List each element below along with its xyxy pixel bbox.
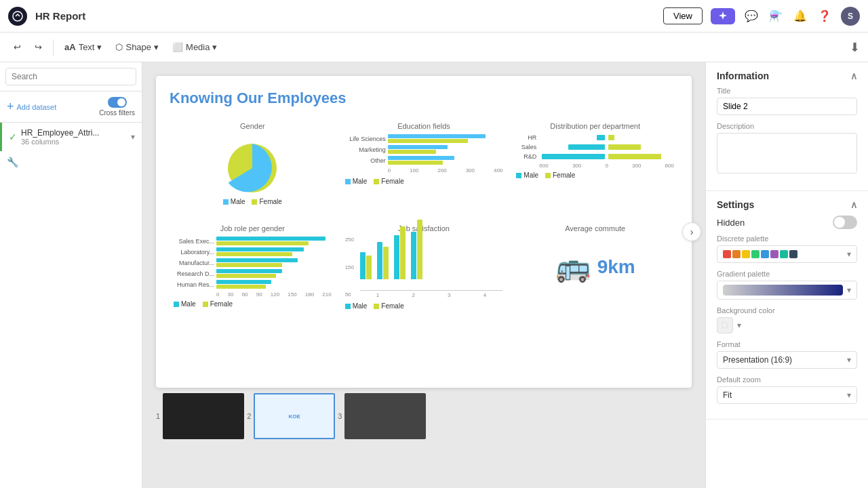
info-desc-textarea[interactable] xyxy=(717,133,857,174)
js-male-4 xyxy=(411,232,416,279)
info-title: Information xyxy=(717,70,769,81)
settings-collapse-icon[interactable]: ∧ xyxy=(850,199,857,210)
jr-ax-120: 120 xyxy=(271,291,279,298)
zoom-value: Fit xyxy=(723,390,732,400)
edu-legend: Male Female xyxy=(345,178,503,185)
pd-1 xyxy=(723,250,731,258)
bell-icon[interactable]: 🔔 xyxy=(792,8,808,24)
right-sidebar: Information ∧ Title Description Settings… xyxy=(705,62,868,488)
zoom-chevron: ▾ xyxy=(847,390,851,400)
dist-dept-hr: HR xyxy=(516,134,536,141)
js-x-1: 1 xyxy=(376,292,379,298)
dataset-expand-icon[interactable]: ▾ xyxy=(131,132,135,142)
hidden-row: Hidden xyxy=(717,216,857,229)
dataset-info: HR_Employee_Attri... 36 columns xyxy=(21,128,127,146)
jr-male-3 xyxy=(216,258,298,262)
undo-button[interactable]: ↩ xyxy=(8,39,26,55)
dist-ax-600r: 600 xyxy=(665,163,674,169)
dist-row-sales: Sales xyxy=(516,144,674,150)
job-sat-x-axis: 1 2 3 4 xyxy=(360,292,503,298)
add-dataset-area[interactable]: + Add dataset xyxy=(7,100,56,114)
cross-filters-toggle[interactable] xyxy=(108,97,127,108)
pd-2 xyxy=(732,250,741,258)
edu-bars-1 xyxy=(388,134,503,143)
gender-pie-container: Male Female xyxy=(174,134,332,205)
sidebar-search-area xyxy=(0,62,142,92)
js-x-2: 2 xyxy=(412,292,414,298)
discrete-palette-selector[interactable]: ▾ xyxy=(717,245,857,263)
dist-sales-bars xyxy=(538,144,674,150)
dist-legend-male: Male xyxy=(516,171,538,179)
js-y-250: 250 xyxy=(345,237,354,243)
js-x-4: 4 xyxy=(484,292,486,298)
text-button[interactable]: aA Text ▾ xyxy=(59,39,107,55)
comment-icon[interactable]: 💬 xyxy=(743,8,760,24)
ai-button[interactable] xyxy=(711,8,735,24)
thumb-2-num: 2 xyxy=(247,412,251,420)
jr-label-3: Manufactur... xyxy=(174,260,214,266)
dist-rnd-female xyxy=(608,154,661,159)
zoom-selector[interactable]: Fit ▾ xyxy=(717,386,857,404)
add-dataset-label: Add dataset xyxy=(17,103,57,111)
js-female-3 xyxy=(400,226,406,279)
edu-male-2 xyxy=(388,145,448,149)
js-female-4 xyxy=(417,220,422,279)
bg-color-swatch[interactable] xyxy=(717,317,733,333)
gradient-palette-selector[interactable]: ▾ xyxy=(717,281,857,300)
redo-button[interactable]: ↪ xyxy=(29,39,47,55)
slide-thumb-3[interactable] xyxy=(344,393,426,439)
js-legend-female: Female xyxy=(374,302,403,310)
js-group-3 xyxy=(394,226,406,279)
jr-bars-4 xyxy=(216,269,332,278)
education-bars: Life Sciences Marketing xyxy=(345,134,503,185)
topbar-right: View 💬 ⚗️ 🔔 ❓ S xyxy=(663,7,860,26)
js-group-2 xyxy=(377,242,389,279)
js-male-dot xyxy=(345,304,351,309)
education-chart: Education fields Life Sciences Marketing xyxy=(341,118,507,209)
download-icon[interactable]: ⬇ xyxy=(850,40,860,55)
thumb-1-container: 1 xyxy=(156,393,244,439)
jr-ax-60: 60 xyxy=(242,291,248,298)
gender-legend: Male Female xyxy=(223,198,282,205)
filter-icon[interactable]: ⚗️ xyxy=(768,8,784,24)
info-title-input[interactable] xyxy=(717,98,857,115)
user-avatar[interactable]: S xyxy=(841,7,860,26)
job-satisfaction-chart: Job satisfaction 250 150 50 xyxy=(341,220,507,314)
slide-next-button[interactable]: › xyxy=(682,222,701,241)
jr-bars-3 xyxy=(216,258,332,267)
pd-6 xyxy=(770,250,778,258)
settings-section: Settings ∧ Hidden Discrete palette xyxy=(706,191,868,420)
education-label: Education fields xyxy=(345,122,503,130)
thumb-1-num: 1 xyxy=(156,412,160,420)
jr-ax-150: 150 xyxy=(288,291,296,298)
thumb-2-container: 2 KOE xyxy=(247,393,335,439)
hidden-toggle[interactable] xyxy=(833,216,857,229)
cross-filters-area[interactable]: Cross filters xyxy=(99,97,135,117)
media-button[interactable]: ⬜ Media ▾ xyxy=(167,39,222,55)
dataset-item[interactable]: ✓ HR_Employee_Attri... 36 columns ▾ xyxy=(0,123,142,151)
edu-row-1: Life Sciences xyxy=(345,134,503,143)
search-input[interactable] xyxy=(5,68,136,85)
js-male-3 xyxy=(394,235,399,279)
help-icon[interactable]: ❓ xyxy=(816,8,833,24)
js-female-label: Female xyxy=(381,302,403,310)
info-title-label: Title xyxy=(717,87,857,95)
bg-color-chevron[interactable]: ▾ xyxy=(737,321,741,330)
edu-row-2: Marketing xyxy=(345,145,503,154)
job-sat-label: Job satisfaction xyxy=(345,224,503,232)
info-collapse-icon[interactable]: ∧ xyxy=(850,70,857,81)
view-button[interactable]: View xyxy=(663,7,703,24)
dataset-filter-icon: 🔧 xyxy=(7,157,18,167)
format-selector[interactable]: Presentation (16:9) ▾ xyxy=(717,351,857,369)
male-label: Male xyxy=(231,198,245,205)
js-y-50: 50 xyxy=(345,291,354,298)
edu-ax-400: 400 xyxy=(494,167,502,174)
info-desc-label: Description xyxy=(717,122,857,130)
dataset-status-icon: ✓ xyxy=(9,131,17,142)
slide-thumb-2[interactable]: KOE xyxy=(254,393,335,439)
gradient-palette-label: Gradient palette xyxy=(717,270,857,278)
pd-5 xyxy=(761,250,769,258)
slide-thumb-1[interactable] xyxy=(163,393,244,439)
shape-button[interactable]: ⬡ Shape ▾ xyxy=(110,39,164,55)
main-layout: + Add dataset Cross filters ✓ HR_Employe… xyxy=(0,62,868,488)
